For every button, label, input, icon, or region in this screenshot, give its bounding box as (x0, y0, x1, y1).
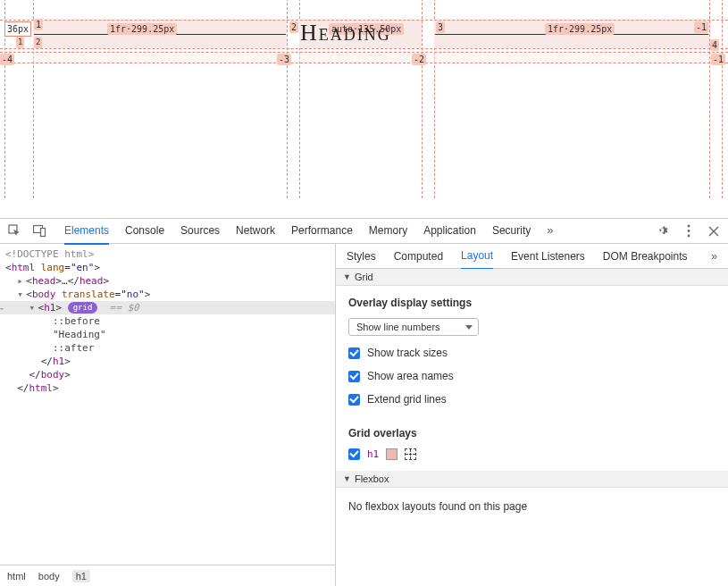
check-extend-grid-lines[interactable]: Extend grid lines (348, 393, 715, 406)
grid-col-highlight (434, 52, 709, 63)
page-preview: 36px 1fr·299.25px auto·135.50px 1fr·299.… (0, 0, 728, 218)
chevron-down-icon: ▼ (343, 272, 351, 281)
color-swatch[interactable] (386, 448, 397, 460)
tab-performance[interactable]: Performance (291, 218, 353, 244)
track-size-box: 36px (4, 21, 31, 37)
checkbox-checked-icon (348, 347, 360, 359)
device-toggle-icon[interactable] (29, 221, 50, 242)
grid-row-line (0, 48, 728, 49)
line-num: 3 (436, 21, 445, 33)
tabs-overflow-icon[interactable]: » (547, 218, 553, 244)
line-num: -2 (412, 54, 426, 65)
breadcrumb-item[interactable]: html (7, 571, 26, 582)
check-show-track-sizes[interactable]: Show track sizes (348, 347, 715, 359)
line-num: 1 (16, 37, 24, 48)
side-tab-event-listeners[interactable]: Event Listeners (511, 244, 585, 269)
line-num: -3 (277, 54, 291, 65)
line-num: -1 (711, 54, 725, 65)
track-label: 1fr·299.25px (545, 23, 615, 35)
grid-col-highlight (33, 52, 287, 63)
tab-sources[interactable]: Sources (180, 218, 220, 244)
line-num: 2 (34, 37, 42, 48)
gear-icon[interactable] (653, 221, 674, 242)
checkbox-checked-icon (348, 448, 360, 460)
tab-elements[interactable]: Elements (64, 218, 109, 245)
tab-security[interactable]: Security (492, 218, 531, 244)
side-tabs-overflow-icon[interactable]: » (711, 244, 717, 269)
tab-memory[interactable]: Memory (369, 218, 407, 244)
side-tabs: Styles Computed Layout Event Listeners D… (336, 244, 728, 269)
checkbox-checked-icon (348, 371, 360, 382)
devtools-tabs: Elements Console Sources Network Perform… (54, 218, 649, 244)
side-tab-dom-breakpoints[interactable]: DOM Breakpoints (603, 244, 688, 269)
grid-col-line (287, 0, 288, 198)
devtools-toolbar: Elements Console Sources Network Perform… (0, 219, 728, 244)
line-num: -4 (0, 54, 14, 65)
svg-point-4 (688, 230, 690, 232)
chevron-down-icon: ▼ (343, 474, 351, 483)
overlay-settings-title: Overlay display settings (348, 297, 715, 309)
dom-tree[interactable]: <!DOCTYPE html> <html lang="en"> ▸<head>… (0, 244, 335, 565)
line-num: -1 (694, 21, 708, 33)
flexbox-empty-msg: No flexbox layouts found on this page (336, 488, 728, 525)
tab-application[interactable]: Application (423, 218, 476, 244)
grid-col-line (709, 0, 710, 198)
breadcrumb: html body h1 (0, 565, 335, 586)
side-tab-computed[interactable]: Computed (394, 244, 443, 269)
grid-row-line (0, 63, 728, 63)
grid-row-line (0, 52, 728, 53)
grid-col-line (722, 0, 723, 198)
svg-point-5 (688, 235, 690, 238)
svg-rect-2 (40, 229, 45, 237)
svg-point-3 (688, 225, 690, 228)
section-grid-body: Overlay display settings Show line numbe… (336, 286, 728, 471)
side-pane: Styles Computed Layout Event Listeners D… (336, 244, 728, 586)
checkbox-checked-icon (348, 394, 360, 406)
side-tab-layout[interactable]: Layout (461, 244, 493, 270)
breadcrumb-item[interactable]: h1 (72, 570, 90, 582)
grid-overlays-title: Grid overlays (348, 427, 715, 440)
grid-col-line (422, 0, 423, 198)
line-num: 4 (710, 39, 719, 51)
grid-col-highlight (299, 52, 422, 63)
page-heading: Heading (300, 20, 391, 46)
check-show-area-names[interactable]: Show area names (348, 370, 715, 382)
dom-selected-h1[interactable]: ⋯ ▾<h1> grid == $0 (0, 301, 335, 314)
section-grid-header[interactable]: ▼ Grid (336, 269, 728, 286)
tab-network[interactable]: Network (236, 218, 275, 244)
tab-console[interactable]: Console (125, 218, 164, 244)
kebab-icon[interactable] (678, 221, 699, 242)
inspect-icon[interactable] (4, 221, 25, 242)
track-label: 1fr·299.25px (107, 23, 177, 35)
grid-overlay-item[interactable]: h1 (348, 448, 715, 460)
breadcrumb-item[interactable]: body (38, 571, 60, 582)
grid-badge[interactable]: grid (68, 302, 98, 314)
dom-pane: <!DOCTYPE html> <html lang="en"> ▸<head>… (0, 244, 336, 586)
dom-doctype: <!DOCTYPE html> (5, 248, 94, 260)
devtools-body: <!DOCTYPE html> <html lang="en"> ▸<head>… (0, 244, 728, 586)
line-num: 1 (34, 19, 43, 30)
side-tab-styles[interactable]: Styles (347, 244, 376, 269)
close-icon[interactable] (703, 221, 724, 242)
line-num: 2 (289, 21, 298, 33)
grid-settings-icon[interactable] (405, 448, 416, 460)
devtools: Elements Console Sources Network Perform… (0, 218, 728, 586)
line-numbers-select[interactable]: Show line numbers (348, 318, 479, 336)
section-flexbox-header[interactable]: ▼ Flexbox (336, 471, 728, 488)
